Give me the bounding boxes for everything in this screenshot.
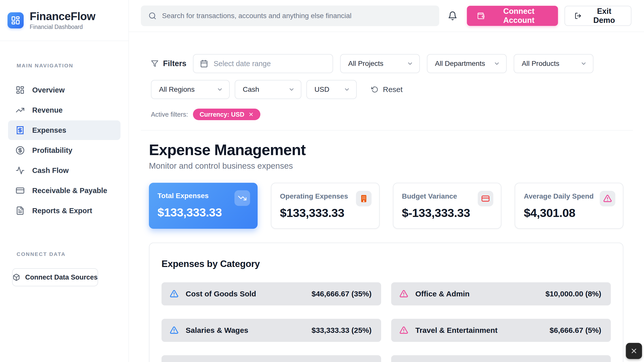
- sidebar-item-expenses[interactable]: Expenses: [8, 120, 120, 140]
- kpi-operating-expenses: Operating Expenses $133,333.33: [271, 183, 380, 229]
- trending-down-icon: [238, 194, 247, 203]
- sidebar-item-profitability[interactable]: Profitability: [8, 141, 120, 160]
- filters-title: Filters: [151, 59, 186, 68]
- connect-section-label: CONNECT DATA: [17, 251, 120, 257]
- building-icon: [359, 194, 368, 203]
- kpi-cards-row: Total Expenses $133,333.33 Operating Exp…: [149, 183, 623, 229]
- departments-select[interactable]: All Departments: [427, 54, 507, 73]
- search-icon: [148, 12, 156, 20]
- layout-dashboard-icon: [16, 85, 25, 95]
- notifications-button[interactable]: [448, 11, 457, 21]
- alert-triangle-icon: [399, 289, 408, 298]
- category-item-professional-services: Professional Services $3,333.33 (3%): [391, 355, 611, 362]
- connect-data-sources-button[interactable]: Connect Data Sources: [12, 268, 98, 286]
- funnel-icon: [151, 60, 158, 67]
- kpi-value: $4,301.08: [524, 206, 614, 220]
- category-section-title: Expenses by Category: [162, 259, 611, 269]
- alert-triangle-icon: [170, 289, 179, 298]
- exit-demo-button[interactable]: Exit Demo: [565, 6, 631, 26]
- category-item-office-admin: Office & Admin $10,000.00 (8%): [391, 282, 611, 305]
- calendar-icon: [200, 60, 208, 68]
- category-value: $33,333.33 (25%): [311, 326, 372, 335]
- category-name: Travel & Entertainment: [415, 326, 498, 335]
- financeflow-app: FinanceFlow Financial Dashboard MAIN NAV…: [0, 0, 644, 362]
- sidebar-item-label: Expenses: [32, 126, 66, 134]
- wallet-icon: [477, 12, 485, 20]
- products-select-value: All Products: [522, 60, 559, 68]
- circle-dollar-icon: [16, 146, 25, 155]
- sidebar-nav: MAIN NAVIGATION Overview Revenue Expense…: [0, 63, 129, 286]
- regions-select-value: All Regions: [159, 85, 195, 94]
- kpi-icon-box: [234, 190, 250, 206]
- active-filters-label: Active filters:: [151, 111, 188, 118]
- sidebar-item-label: Revenue: [32, 106, 63, 114]
- cube-icon: [13, 274, 20, 281]
- brand-header: FinanceFlow Financial Dashboard: [0, 0, 129, 41]
- sidebar-item-label: Reports & Export: [32, 207, 92, 215]
- sidebar-item-label: Receivable & Payable: [32, 187, 107, 195]
- kpi-average-daily-spend: Average Daily Spend $4,301.08: [515, 183, 623, 229]
- sidebar-item-revenue[interactable]: Revenue: [8, 100, 120, 120]
- sidebar-item-reports-export[interactable]: Reports & Export: [8, 201, 120, 220]
- filters-label: Filters: [163, 59, 186, 68]
- nav-section-label: MAIN NAVIGATION: [17, 63, 120, 69]
- page-subtitle: Monitor and control business expenses: [149, 161, 623, 171]
- close-icon[interactable]: [248, 112, 254, 117]
- connect-account-label: Connect Account: [490, 7, 548, 25]
- date-range-input[interactable]: Select date range: [193, 54, 333, 73]
- projects-select-value: All Projects: [348, 60, 383, 68]
- currency-select-value: USD: [314, 85, 329, 94]
- currency-filter-chip[interactable]: Currency: USD: [193, 109, 260, 120]
- category-name: Cost of Goods Sold: [186, 290, 256, 298]
- category-name: Salaries & Wages: [186, 326, 248, 335]
- date-range-placeholder: Select date range: [214, 60, 271, 68]
- accounting-basis-value: Cash: [243, 85, 259, 94]
- alert-triangle-icon: [170, 326, 179, 335]
- file-text-icon: [16, 206, 25, 215]
- category-item-marketing: Marketing $20,000.00 (15%): [162, 355, 381, 362]
- brand-name: FinanceFlow: [30, 10, 95, 22]
- currency-chip-label: Currency: USD: [199, 111, 244, 118]
- chevron-down-icon: [344, 86, 350, 93]
- topbar: Connect Account Exit Demo: [129, 0, 644, 32]
- active-filters-row: Active filters: Currency: USD: [151, 109, 623, 120]
- alert-triangle-icon: [399, 326, 408, 335]
- category-name: Office & Admin: [415, 290, 470, 298]
- log-out-icon: [575, 12, 582, 20]
- exit-demo-label: Exit Demo: [587, 7, 621, 25]
- sidebar-item-label: Cash Flow: [32, 166, 69, 175]
- trending-up-icon: [16, 106, 25, 115]
- category-item-travel-entertainment: Travel & Entertainment $6,666.67 (5%): [391, 319, 611, 342]
- category-grid: Cost of Goods Sold $46,666.67 (35%) Offi…: [162, 282, 611, 362]
- chevron-down-icon: [580, 60, 587, 67]
- section-divider: [141, 130, 633, 130]
- close-icon: [630, 347, 638, 355]
- layout-dashboard-icon: [11, 16, 20, 25]
- brand-tagline: Financial Dashboard: [30, 24, 95, 30]
- currency-select[interactable]: USD: [306, 80, 357, 99]
- chevron-down-icon: [494, 60, 500, 67]
- projects-select[interactable]: All Projects: [340, 54, 420, 73]
- category-item-cost-of-goods-sold: Cost of Goods Sold $46,666.67 (35%): [162, 282, 381, 305]
- sidebar-item-label: Profitability: [32, 146, 72, 155]
- sidebar-item-overview[interactable]: Overview: [8, 80, 120, 100]
- kpi-value: $133,333.33: [157, 205, 249, 219]
- products-select[interactable]: All Products: [514, 54, 593, 73]
- close-widget-button[interactable]: [626, 343, 642, 359]
- credit-card-icon: [16, 186, 25, 195]
- sidebar-item-receivable-payable[interactable]: Receivable & Payable: [8, 181, 120, 200]
- connect-account-button[interactable]: Connect Account: [467, 6, 558, 26]
- search-input[interactable]: [162, 12, 432, 20]
- reset-filters-button[interactable]: Reset: [371, 85, 403, 94]
- sidebar: FinanceFlow Financial Dashboard MAIN NAV…: [0, 0, 129, 362]
- category-value: $46,666.67 (35%): [311, 290, 372, 298]
- accounting-basis-select[interactable]: Cash: [235, 80, 301, 99]
- receipt-icon: [16, 126, 25, 135]
- rotate-ccw-icon: [371, 86, 378, 93]
- chevron-down-icon: [288, 86, 295, 93]
- kpi-value: $-133,333.33: [402, 206, 493, 220]
- departments-select-value: All Departments: [435, 60, 485, 68]
- sidebar-item-cash-flow[interactable]: Cash Flow: [8, 161, 120, 180]
- regions-select[interactable]: All Regions: [151, 80, 230, 99]
- reset-label: Reset: [383, 85, 403, 94]
